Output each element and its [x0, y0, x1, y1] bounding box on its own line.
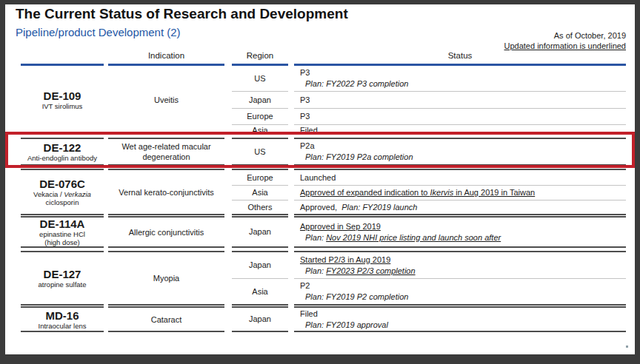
column-header-region: Region [232, 51, 288, 60]
status-plan-line: Plan: FY2019 P2 completion [300, 291, 626, 303]
status-line: P3 [300, 67, 626, 78]
region-label: Japan [249, 260, 271, 271]
product-subtitle: Intraocular lens [39, 322, 87, 330]
text-segment: P3 [300, 68, 310, 77]
region-column-de-109: USJapanEuropeAsia [232, 66, 288, 134]
region-label: Europe [247, 172, 273, 183]
text-segment: Plan: [305, 266, 326, 275]
text-segment: IVT sirolimus [42, 102, 83, 110]
status-column-md-16: FiledPlan: FY2019 approval [294, 306, 626, 332]
text-segment: Nov 2019 NHI price listing and launch so… [326, 233, 501, 242]
region-cell: Others [232, 200, 288, 214]
indication-cell: Myopia [108, 251, 224, 306]
status-line: Approved of expanded indication to Ikerv… [300, 187, 626, 198]
slide: The Current Status of Research and Devel… [5, 4, 635, 354]
text-segment: Plan: [305, 233, 326, 242]
status-column-de-109: P3Plan: FY2022 P3 completionP3P3Filed [294, 66, 626, 134]
status-cell: FiledPlan: FY2019 approval [294, 308, 626, 331]
indication-text: Vernal kerato-conjunctivits [108, 187, 224, 198]
status-cell: P3 [294, 91, 626, 108]
region-label: Asia [252, 187, 267, 198]
status-line: Launched [300, 172, 626, 183]
product-code: DE-127 [44, 268, 81, 280]
highlight-box [5, 132, 635, 168]
status-cell: Approved in Sep 2019Plan: Nov 2019 NHI p… [294, 218, 626, 246]
region-cell: US [232, 66, 288, 91]
text-segment: Plan: FY2019 approval [305, 320, 388, 329]
region-cell: Europe [232, 170, 288, 185]
region-cell: Japan [232, 91, 288, 108]
indication-text: Allergic conjunctivitis [108, 227, 224, 237]
region-column-de-076c: EuropeAsiaOthers [232, 169, 288, 215]
status-line: P2 [300, 280, 626, 291]
text-segment: Vernal kerato-conjunctivits [119, 188, 213, 197]
text-segment: Started P2/3 in Aug 2019 [300, 255, 390, 264]
indication-text: Myopia [108, 273, 224, 283]
region-label: Japan [249, 226, 271, 237]
product-code: DE-076C [39, 178, 85, 190]
region-cell: Japan [232, 252, 288, 278]
page-title: The Current Status of Research and Devel… [16, 6, 348, 22]
underline-note: Updated information is underlined [504, 41, 627, 50]
region-cell: Japan [232, 308, 288, 331]
header-bar [21, 64, 104, 66]
text-segment: P3 [300, 112, 310, 121]
status-column-de-076c: LaunchedApproved of expanded indication … [294, 169, 626, 215]
text-segment: FY2023 P2/3 completion [326, 266, 415, 275]
status-column-de-114a: Approved in Sep 2019Plan: Nov 2019 NHI p… [294, 216, 626, 248]
status-cell: Launched [294, 170, 626, 185]
text-segment: P3 [300, 95, 310, 104]
text-segment: atropine sulfate [39, 280, 87, 289]
status-plan-line: Plan: Nov 2019 NHI price listing and lau… [300, 232, 626, 243]
text-segment: Plan: FY2022 P3 completion [305, 79, 408, 88]
region-label: Japan [249, 314, 271, 325]
text-segment: Intraocular lens [39, 322, 87, 330]
product-cell-md-16: MD-16Intraocular lens [21, 306, 104, 332]
indication-cell: Cataract [108, 306, 224, 332]
region-cell: Europe [232, 108, 288, 124]
text-segment: in Aug 2019 in Taiwan [453, 188, 535, 197]
header-bar [232, 64, 288, 66]
text-segment: Uveitis [154, 95, 179, 104]
text-segment: Verkazia [64, 190, 91, 198]
text-segment: Allergic conjunctivitis [129, 228, 204, 237]
region-column-de-127: JapanAsia [232, 251, 288, 306]
product-subtitle: (high dose) [44, 238, 80, 246]
product-code: DE-114A [40, 218, 85, 230]
text-segment: ciclosporin [46, 198, 79, 206]
status-column-de-127: Started P2/3 in Aug 2019Plan: FY2023 P2/… [294, 251, 626, 306]
region-column-md-16: Japan [232, 306, 288, 332]
text-segment: Cataract [151, 315, 182, 324]
product-cell-de-109: DE-109IVT sirolimus [21, 66, 104, 134]
text-segment: Plan: FY2019 launch [341, 203, 417, 212]
status-cell: P2Plan: FY2019 P2 completion [294, 278, 626, 304]
region-cell: Asia [232, 185, 288, 200]
header-bar [294, 64, 626, 66]
app-frame: { "slide": { "title": "The Current Statu… [0, 0, 640, 364]
region-cell: Japan [232, 218, 288, 246]
status-line: Filed [300, 309, 626, 320]
status-line: Approved in Sep 2019 [300, 221, 626, 232]
text-segment: Myopia [153, 274, 179, 283]
status-cell: Approved of expanded indication to Ikerv… [294, 185, 626, 200]
product-subtitle: IVT sirolimus [42, 102, 83, 110]
status-cell: P3Plan: FY2022 P3 completion [294, 66, 626, 91]
text-segment: epinastine HCl [39, 230, 85, 238]
header-bar [108, 64, 224, 66]
region-label: Europe [247, 111, 273, 122]
indication-cell: Uveitis [108, 66, 224, 134]
region-label: Asia [252, 286, 267, 297]
indication-text: Cataract [108, 314, 224, 325]
status-plan-line: Plan: FY2019 approval [300, 320, 626, 331]
product-code: DE-109 [44, 90, 81, 102]
product-cell-de-076c: DE-076CVekacia / Verkaziaciclosporin [21, 169, 104, 215]
status-plan-line: Plan: FY2022 P3 completion [300, 78, 626, 90]
product-subtitle: atropine sulfate [39, 280, 87, 289]
text-segment: Vekacia / [33, 190, 64, 198]
text-segment: Filed [300, 309, 318, 318]
as-of-date: As of October, 2019 [554, 31, 626, 40]
text-segment: Ikervis [430, 188, 454, 197]
status-line: P3 [300, 111, 626, 122]
text-segment: Launched [300, 173, 336, 182]
product-subtitle: Vekacia / Verkazia [33, 190, 91, 198]
